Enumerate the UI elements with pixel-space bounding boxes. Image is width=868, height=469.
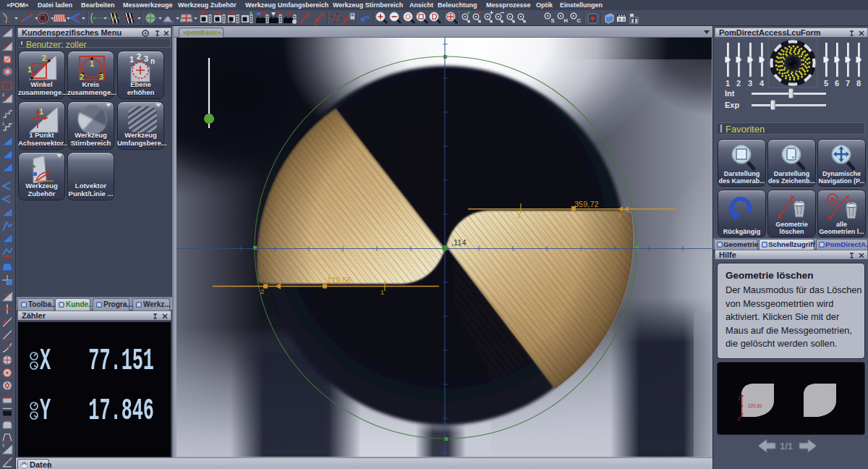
svg-text:1: 1 [90, 59, 94, 68]
svg-text:359,72: 359,72 [574, 200, 599, 208]
svg-text:2: 2 [137, 53, 141, 61]
svg-text:1: 1 [517, 212, 521, 219]
svg-text:2: 2 [738, 416, 741, 421]
svg-text:3: 3 [144, 54, 148, 63]
svg-text:1: 1 [129, 55, 134, 64]
svg-text:1: 1 [380, 289, 384, 296]
svg-text:H: H [564, 17, 568, 24]
svg-text:179,56: 179,56 [327, 276, 352, 284]
svg-text:1: 1 [2, 443, 5, 447]
svg-text:1: 1 [39, 107, 43, 116]
svg-text:1: 1 [738, 396, 741, 401]
svg-text:,114: ,114 [451, 238, 467, 247]
svg-text:220,61: 220,61 [748, 403, 762, 408]
svg-text:1: 1 [2, 122, 5, 126]
svg-text:C: C [577, 17, 582, 24]
svg-text:2: 2 [42, 54, 46, 62]
svg-text:n: n [150, 57, 155, 65]
svg-text:S: S [551, 17, 555, 24]
svg-text:1: 1 [27, 65, 32, 74]
svg-text:2: 2 [2, 93, 5, 97]
svg-text:1/1: 1/1 [780, 441, 793, 452]
svg-text:2: 2 [260, 288, 264, 295]
svg-text:3: 3 [99, 72, 103, 81]
svg-text:2: 2 [618, 212, 621, 219]
